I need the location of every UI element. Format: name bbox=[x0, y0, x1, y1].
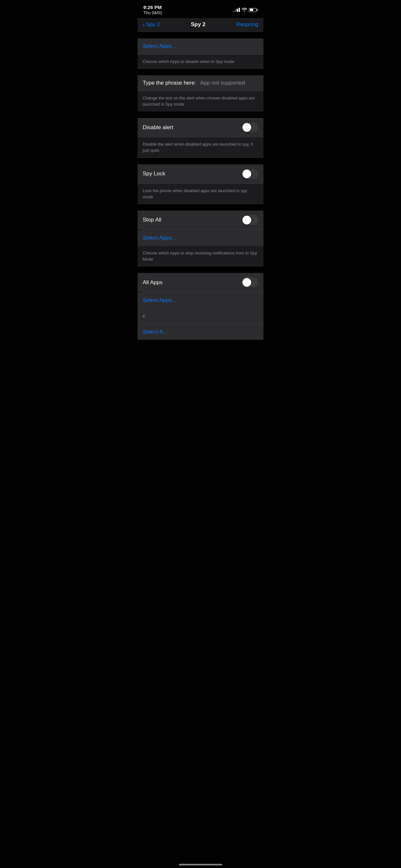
stop-all-thumb bbox=[243, 216, 251, 224]
stop-all-row: Stop All bbox=[137, 211, 264, 229]
desc-text-3: Disable the alert when disabled apps are… bbox=[143, 142, 253, 153]
status-date: Thu 04/01 bbox=[143, 10, 162, 16]
divider-4 bbox=[137, 204, 264, 211]
partial-select-label: Select A... bbox=[143, 329, 167, 335]
divider-3 bbox=[137, 158, 264, 164]
desc-row-2: Change the text on the alert when chosen… bbox=[137, 91, 264, 112]
page-title: Spy 2 bbox=[191, 21, 205, 28]
select-apps-row-2[interactable]: Select Apps... bbox=[137, 230, 264, 246]
partial-text-c: c bbox=[137, 308, 264, 324]
divider-2 bbox=[137, 112, 264, 118]
desc-text-1: Choose which Apps to disable when in Spy… bbox=[143, 59, 235, 64]
status-indicators bbox=[233, 7, 258, 12]
desc-row-4: Lock the phone when disabled apps are la… bbox=[137, 184, 264, 204]
phrase-value: App not supported bbox=[200, 80, 245, 86]
desc-row-3: Disable the alert when disabled apps are… bbox=[137, 137, 264, 158]
select-apps-label-1: Select Apps... bbox=[143, 43, 176, 50]
phrase-label: Type the phrase here: bbox=[143, 80, 196, 86]
back-label: Spy 2 bbox=[146, 21, 160, 28]
chevron-left-icon: ‹ bbox=[143, 22, 145, 27]
navigation-bar: ‹ Spy 2 Spy 2 Respring bbox=[137, 18, 264, 32]
select-apps-row-3[interactable]: Select Apps... bbox=[137, 292, 264, 308]
spy-lock-label: Spy Lock bbox=[143, 170, 165, 177]
desc-text-2: Change the text on the alert when chosen… bbox=[143, 96, 255, 106]
disable-alert-row: Disable alert bbox=[137, 118, 264, 137]
spy-lock-row: Spy Lock bbox=[137, 164, 264, 184]
battery-icon bbox=[249, 8, 258, 12]
status-time-date: 9:26 PM Thu 04/01 bbox=[143, 4, 162, 16]
all-apps-thumb bbox=[243, 278, 251, 287]
divider-1 bbox=[137, 69, 264, 75]
stop-all-label: Stop All bbox=[143, 217, 161, 223]
disable-alert-thumb bbox=[243, 123, 251, 132]
divider-5 bbox=[137, 267, 264, 273]
spy-lock-thumb bbox=[243, 169, 251, 178]
desc-text-5: Choose which Apps to stop receiving noti… bbox=[143, 251, 257, 261]
spy-lock-toggle[interactable] bbox=[242, 169, 258, 179]
respring-button[interactable]: Respring bbox=[236, 21, 258, 28]
stop-all-toggle[interactable] bbox=[242, 215, 258, 225]
status-bar: 9:26 PM Thu 04/01 bbox=[137, 0, 264, 18]
partial-select-a[interactable]: Select A... bbox=[137, 324, 264, 340]
disable-alert-toggle[interactable] bbox=[242, 122, 258, 132]
bottom-scroll-area bbox=[137, 340, 264, 359]
desc-text-4: Lock the phone when disabled apps are la… bbox=[143, 188, 247, 199]
desc-row-5: Choose which Apps to stop receiving noti… bbox=[137, 246, 264, 267]
desc-row-1: Choose which Apps to disable when in Spy… bbox=[137, 55, 264, 69]
top-spacer bbox=[137, 32, 264, 38]
back-button[interactable]: ‹ Spy 2 bbox=[143, 21, 160, 28]
status-time: 9:26 PM bbox=[143, 4, 162, 10]
all-apps-toggle[interactable] bbox=[242, 277, 258, 287]
disable-alert-label: Disable alert bbox=[143, 124, 174, 131]
signal-icon bbox=[233, 8, 240, 12]
select-apps-label-2: Select Apps... bbox=[143, 235, 176, 241]
all-apps-row: All Apps bbox=[137, 273, 264, 292]
phrase-input-row[interactable]: Type the phrase here: App not supported bbox=[137, 75, 264, 91]
all-apps-label: All Apps bbox=[143, 279, 162, 286]
select-apps-label-3: Select Apps... bbox=[143, 297, 176, 304]
partial-c-label: c bbox=[143, 313, 146, 319]
wifi-icon bbox=[242, 7, 247, 12]
select-apps-row-1[interactable]: Select Apps... bbox=[137, 38, 264, 55]
